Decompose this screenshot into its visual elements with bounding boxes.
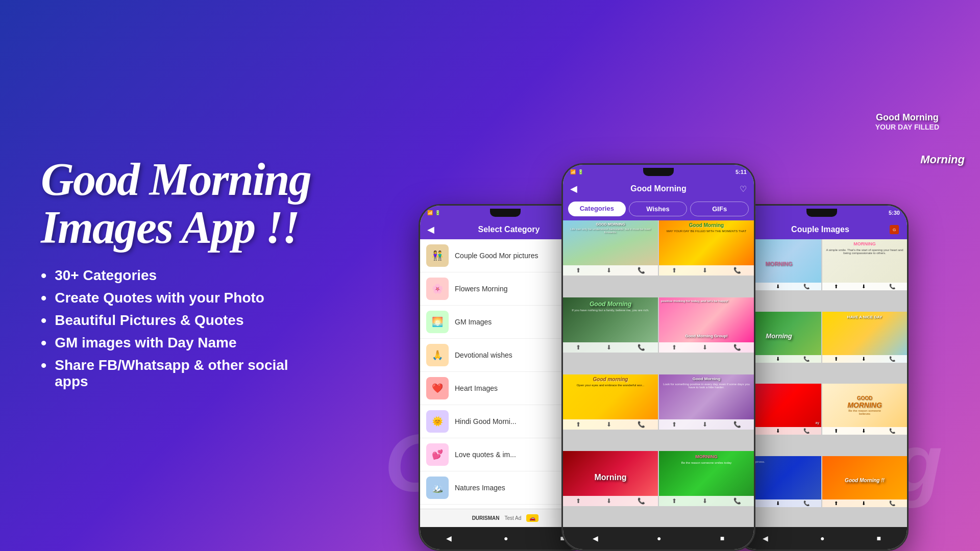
download-icon[interactable]: ⬇ [702,344,707,351]
card-actions: ⬆ ⬇ 📞 [822,283,907,290]
card-top-text: GOOD MORNING [563,222,658,226]
phone-icon[interactable]: 📞 [638,267,645,274]
download-icon[interactable]: ⬇ [776,356,780,362]
phone-icon[interactable]: 📞 [803,356,810,362]
phone-icon[interactable]: 📞 [733,497,741,505]
share-icon[interactable]: ⬆ [834,356,838,362]
favorite-icon[interactable]: ♡ [740,184,747,194]
download-icon[interactable]: ⬇ [606,344,611,351]
download-icon[interactable]: ⬇ [776,284,780,289]
cat-icon-devotional: 🙏 [426,344,449,366]
phone-icon[interactable]: 📞 [638,421,645,428]
phone2-header-title: Good Morning [577,184,740,193]
ad-text: Test Ad [505,515,522,521]
phone-icon[interactable]: 📞 [803,428,810,434]
couple-card[interactable]: HAVE A NICE DAY ⬆ ⬇ 📞 [822,312,907,363]
phone-icon[interactable]: 📞 [889,356,895,362]
share-icon[interactable]: ⬆ [672,344,677,351]
download-icon[interactable]: ⬇ [702,421,707,428]
share-icon[interactable]: ⬆ [576,267,581,274]
download-icon[interactable]: ⬇ [606,267,611,274]
card-top-text: MORNING [659,454,754,459]
download-icon[interactable]: ⬇ [862,428,866,434]
features-list: 30+ CategoriesCreate Quotes with your Ph… [41,267,316,390]
share-icon[interactable]: ⬆ [672,421,677,428]
download-icon[interactable]: ⬇ [702,267,707,274]
back-button[interactable]: ◀ [427,224,434,235]
download-icon[interactable]: ⬇ [776,500,780,506]
card-text: Good Morning !! [845,478,885,483]
phone-icon[interactable]: 📞 [889,500,895,506]
cat-label: Couple Good Mor pictures [455,252,538,260]
bottom-nav3: ◀ ● ■ [737,527,907,549]
couple-card[interactable]: Good Morning !! ⬆ ⬇ 📞 [822,456,907,507]
phone-icon[interactable]: 📞 [733,421,741,428]
phone-icon[interactable]: 📞 [803,284,810,289]
cat-label: Devotional wishes [455,351,512,359]
share-icon[interactable]: ⬆ [576,421,581,428]
app-icon: G [890,225,899,234]
card-sub-text: A simple smile. That's the start of open… [824,248,905,255]
card-sub-text: Good Morning Group! [659,334,754,338]
share-icon[interactable]: ⬆ [672,267,677,274]
download-icon[interactable]: ⬇ [862,284,866,289]
share-icon[interactable]: ⬆ [576,497,581,505]
cat-icon-heart: ❤️ [426,377,449,399]
nav-home-button3[interactable]: ● [820,534,824,542]
cat-icon-love: 💕 [426,443,449,466]
nav-home-button[interactable]: ● [504,534,508,542]
tab-gifs[interactable]: GIFs [690,202,749,216]
image-card[interactable]: Good Morning If you have nothing but a f… [563,297,658,353]
tab-wishes[interactable]: Wishes [629,202,688,216]
phone-icon[interactable]: 📞 [889,428,895,434]
share-icon[interactable]: ⬆ [576,344,581,351]
share-icon[interactable]: ⬆ [834,500,838,506]
download-icon[interactable]: ⬇ [776,428,780,434]
phone-couple: 📶 🔋 5:30 ◀ Couple Images G MORNING [735,204,909,551]
phone-icon[interactable]: 📞 [733,344,741,351]
share-icon[interactable]: ⬆ [834,428,838,434]
image-card[interactable]: Good Morning Look for something positive… [659,374,754,430]
download-icon[interactable]: ⬇ [702,497,707,505]
image-card[interactable]: Good Morning MAY YOUR DAY BE FILLED WITH… [659,220,754,276]
nav-back-button3[interactable]: ◀ [763,534,768,542]
download-icon[interactable]: ⬇ [862,500,866,506]
right-label-morning: Morning [920,153,965,166]
phone-icon[interactable]: 📞 [803,500,810,506]
share-icon[interactable]: ⬆ [672,497,677,505]
image-card[interactable]: Morning ⬆ ⬇ 📞 [563,451,658,506]
card-top-text: Good morning [563,377,658,382]
image-card[interactable]: positive thinking for today, and let's b… [659,297,754,353]
your-day-label: YOUR DAY FILLED [875,123,939,131]
right-label-1: Good Morning YOUR DAY FILLED [875,112,939,131]
phone-icon[interactable]: 📞 [638,497,645,505]
download-icon[interactable]: ⬇ [606,497,611,505]
image-card[interactable]: MORNING Be the reason someone smiles tod… [659,451,754,506]
good-morning-label: Good Morning [875,112,939,123]
couple-card[interactable]: GOOD MORNING Be the reason someone belie… [822,384,907,435]
nav-recent-button3[interactable]: ■ [877,534,881,542]
download-icon[interactable]: ⬇ [862,356,866,362]
card-actions: ⬆ ⬇ 📞 [659,342,754,353]
download-icon[interactable]: ⬇ [606,421,611,428]
nav-back-button[interactable]: ◀ [446,534,452,542]
image-card[interactable]: GOOD MORNING Life can only be understood… [563,220,658,276]
card-sub-text: If you have nothing but a family, believ… [565,309,656,312]
card-sub-text: MAY YOUR DAY BE FILLED WITH THE MOMENTS … [661,230,752,233]
phone-icon[interactable]: 📞 [733,267,741,274]
back-button2[interactable]: ◀ [570,183,577,194]
share-icon[interactable]: ⬆ [834,284,838,289]
bottom-nav2: ◀ ● ■ [563,527,754,549]
card-actions: ⬆ ⬇ 📞 [659,265,754,276]
nav-home-button2[interactable]: ● [657,534,661,542]
card-text: ay [816,421,819,424]
tab-categories[interactable]: Categories [568,202,626,216]
couple-grid: MORNING ⬆ ⬇ 📞 MORNING A simple smile. Th… [737,239,907,527]
nav-recent-button2[interactable]: ■ [720,534,724,542]
cat-icon-hindi: 🌞 [426,410,449,433]
phone-icon[interactable]: 📞 [638,344,645,351]
phone-icon[interactable]: 📞 [889,284,895,289]
nav-back-button2[interactable]: ◀ [593,534,598,542]
couple-card[interactable]: MORNING A simple smile. That's the start… [822,239,907,290]
image-card[interactable]: Good morning Open your eyes and embrace … [563,374,658,430]
